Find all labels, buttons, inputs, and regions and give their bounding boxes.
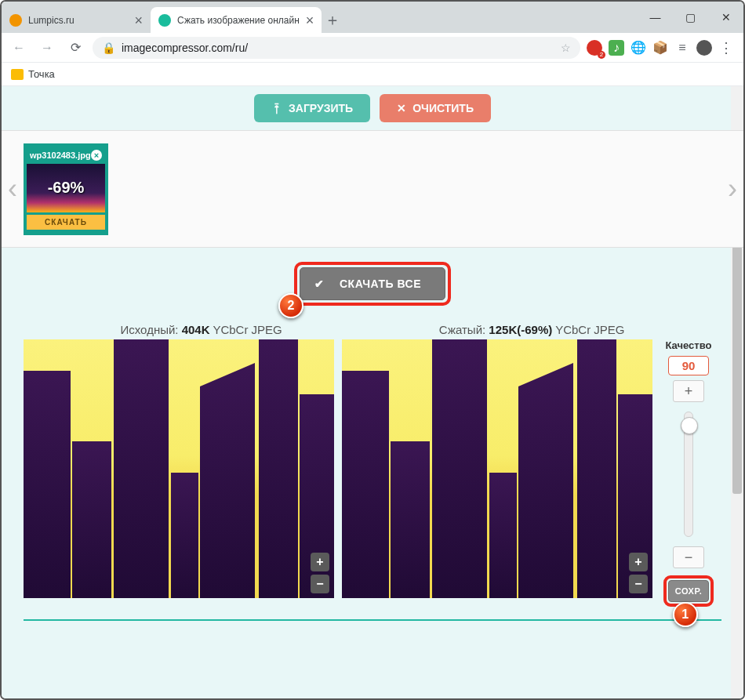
slider-handle[interactable] xyxy=(681,417,698,434)
zoom-out-button[interactable]: − xyxy=(629,575,648,593)
clear-label: ОЧИСТИТЬ xyxy=(412,102,474,114)
quality-plus-button[interactable]: + xyxy=(673,380,704,402)
new-tab-button[interactable]: ＋ xyxy=(322,7,343,33)
profile-avatar[interactable] xyxy=(696,40,712,56)
tab-compressor[interactable]: Сжать изображение онлайн × xyxy=(151,7,322,33)
download-all-highlight: ✔ СКАЧАТЬ ВСЕ 2 xyxy=(294,262,451,306)
compressed-label: Сжатый: 125K(-69%) YCbCr JPEG xyxy=(439,323,625,336)
lock-icon: 🔒 xyxy=(102,42,115,54)
compressed-image-panel: + − xyxy=(342,339,652,607)
tab-lumpics[interactable]: Lumpics.ru × xyxy=(2,7,151,33)
original-label: Исходный: 404K YCbCr JPEG xyxy=(121,323,282,336)
music-extension-icon[interactable]: ♪ xyxy=(609,40,624,56)
favicon-lumpics xyxy=(9,14,22,27)
thumbnail-item[interactable]: wp3102483.jpg × -69% СКАЧАТЬ xyxy=(24,143,108,235)
zoom-in-button[interactable]: + xyxy=(629,553,648,571)
thumbnail-remove-button[interactable]: × xyxy=(91,150,102,161)
playlist-extension-icon[interactable]: ≡ xyxy=(674,40,690,56)
carousel-prev-button[interactable]: ‹ xyxy=(8,172,17,205)
thumbnail-filename: wp3102483.jpg xyxy=(30,151,91,160)
browser-titlebar: Lumpics.ru × Сжать изображение онлайн × … xyxy=(2,2,743,33)
tab-title: Lumpics.ru xyxy=(28,15,74,26)
favicon-compressor xyxy=(158,14,171,27)
page-content: ⭱ ЗАГРУЗИТЬ ✕ ОЧИСТИТЬ ‹ wp3102483.jpg ×… xyxy=(2,86,743,698)
download-all-button[interactable]: ✔ СКАЧАТЬ ВСЕ xyxy=(300,267,445,300)
clear-button[interactable]: ✕ ОЧИСТИТЬ xyxy=(380,94,491,122)
close-icon[interactable]: × xyxy=(306,13,314,27)
window-close-button[interactable]: ✕ xyxy=(708,2,743,33)
folder-icon xyxy=(11,69,24,80)
clear-icon: ✕ xyxy=(397,102,406,114)
thumbnail-download-button[interactable]: СКАЧАТЬ xyxy=(27,215,105,230)
star-icon[interactable]: ☆ xyxy=(561,42,571,54)
close-icon[interactable]: × xyxy=(134,13,143,27)
quality-panel: Качество 90 + − СОХР. 1 xyxy=(660,339,717,607)
zoom-out-button[interactable]: − xyxy=(311,575,329,593)
quality-value[interactable]: 90 xyxy=(668,356,709,375)
kebab-menu-icon[interactable]: ⋮ xyxy=(718,40,734,56)
forward-button[interactable]: → xyxy=(36,37,58,59)
cube-extension-icon[interactable]: 📦 xyxy=(652,40,668,56)
quality-slider[interactable] xyxy=(684,412,693,537)
upload-label: ЗАГРУЗИТЬ xyxy=(289,102,353,114)
carousel-next-button[interactable]: › xyxy=(728,172,737,205)
download-all-label: СКАЧАТЬ ВСЕ xyxy=(340,277,421,290)
adblock-extension-icon[interactable]: 2 xyxy=(587,40,602,56)
reload-button[interactable]: ⟳ xyxy=(64,37,86,59)
original-image-panel: + − xyxy=(24,339,334,607)
browser-toolbar: ← → ⟳ 🔒 imagecompressor.com/ru/ ☆ 2 ♪ 🌐 … xyxy=(2,33,743,63)
annotation-marker-2: 2 xyxy=(278,293,303,318)
thumbnail-percent: -69% xyxy=(48,179,85,197)
address-bar[interactable]: 🔒 imagecompressor.com/ru/ ☆ xyxy=(93,37,580,59)
window-maximize-button[interactable]: ▢ xyxy=(673,2,708,33)
compressed-image[interactable]: + − xyxy=(342,339,652,598)
bookmarks-bar: Точка xyxy=(2,63,743,86)
thumbnails-carousel: ‹ wp3102483.jpg × -69% СКАЧАТЬ › xyxy=(2,130,743,248)
bookmark-folder[interactable]: Точка xyxy=(28,68,55,80)
check-icon: ✔ xyxy=(314,277,325,290)
original-image[interactable]: + − xyxy=(24,339,334,598)
adblock-badge: 2 xyxy=(598,51,605,59)
compare-labels: Исходный: 404K YCbCr JPEG Сжатый: 125K(-… xyxy=(2,320,743,339)
zoom-in-button[interactable]: + xyxy=(311,553,329,571)
upload-button[interactable]: ⭱ ЗАГРУЗИТЬ xyxy=(254,94,370,122)
scroll-thumb[interactable] xyxy=(732,243,742,494)
tab-title: Сжать изображение онлайн xyxy=(177,15,300,26)
quality-title: Качество xyxy=(666,339,712,351)
back-button[interactable]: ← xyxy=(8,37,30,59)
annotation-marker-1: 1 xyxy=(673,602,698,627)
divider xyxy=(24,619,721,621)
quality-minus-button[interactable]: − xyxy=(673,546,704,568)
save-button[interactable]: СОХР. xyxy=(668,580,709,602)
upload-icon: ⭱ xyxy=(271,102,282,114)
save-highlight: СОХР. 1 xyxy=(663,575,714,607)
globe-extension-icon[interactable]: 🌐 xyxy=(631,40,646,56)
window-minimize-button[interactable]: — xyxy=(638,2,673,33)
url-text: imagecompressor.com/ru/ xyxy=(122,42,248,54)
thumbnail-preview: -69% xyxy=(27,164,105,212)
